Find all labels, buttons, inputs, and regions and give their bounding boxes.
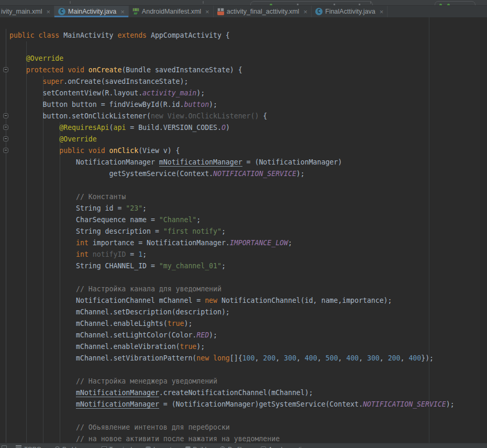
profiler-icon [220, 446, 225, 448]
tab-close-icon[interactable]: × [380, 8, 384, 15]
toolbar-button[interactable] [297, 4, 298, 5]
code-line[interactable]: int importance = NotificationManager.IMP… [9, 237, 487, 249]
code-line[interactable]: public void onClick(View v) { [9, 145, 487, 157]
toolwindow-button-profiler[interactable]: Profiler [220, 446, 247, 448]
toolwindow-label: Profiler [228, 446, 247, 448]
code-line[interactable]: @Override [9, 134, 487, 145]
code-line[interactable]: mChannel.setLightColor(Color.RED); [9, 330, 487, 341]
code-line[interactable] [9, 364, 487, 376]
java-class-icon [315, 8, 323, 15]
appinspect-icon [261, 446, 266, 448]
code-line[interactable]: protected void onCreate(Bundle savedInst… [9, 64, 487, 76]
fold-collapse-icon[interactable] [3, 136, 8, 141]
fold-collapse-icon[interactable] [3, 125, 8, 130]
todo-icon [16, 445, 21, 448]
tab-finalacttivity-java[interactable]: FinalActtivity.java× [312, 6, 388, 17]
logcat-icon [146, 446, 151, 448]
gutter-fold-line [6, 29, 6, 448]
toolwindow-label: Problems [62, 446, 88, 448]
device-widget[interactable] [435, 1, 475, 6]
tab-bar: ivity_main.xml×MainActivity.java×Android… [0, 6, 487, 17]
code-line[interactable]: mChannel.setDescription(description); [9, 307, 487, 318]
tab-label: ivity_main.xml [1, 8, 42, 15]
code-line[interactable]: CharSequence name = "Channel"; [9, 214, 487, 226]
code-line[interactable]: button.setOnClickListener(new View.OnCli… [9, 111, 487, 122]
build-icon [185, 446, 191, 448]
code-line[interactable]: getSystemService(Context.NOTIFICATION_SE… [9, 168, 487, 180]
code-line[interactable]: NotificationManager mNotificationManager… [9, 157, 487, 168]
code-line[interactable]: String id = "23"; [9, 203, 487, 214]
code-line[interactable]: // Обьявление интентов для переброски [9, 422, 487, 433]
toolwindow-label: Logcat [153, 446, 172, 448]
tab-mainactivity-java[interactable]: MainActivity.java× [54, 6, 129, 17]
code-line[interactable]: @Override [9, 53, 487, 64]
toolbar-tick [70, 1, 71, 4]
code-line[interactable]: Button button = findViewById(R.id.button… [9, 99, 487, 111]
fold-collapse-icon[interactable] [3, 67, 8, 72]
toolbar-button[interactable] [359, 4, 360, 5]
run-icon[interactable] [270, 4, 272, 6]
toolwindow-button-problems[interactable]: Problems [55, 446, 88, 448]
code-line[interactable]: mChannel.setVibrationPattern(new long[]{… [9, 353, 487, 364]
run-configuration-widget[interactable] [250, 1, 373, 6]
run-icon[interactable] [439, 4, 442, 6]
code-line[interactable]: // Константы [9, 191, 487, 203]
manifest-file-icon [132, 8, 139, 15]
toolwindow-button-build[interactable]: Build [185, 446, 207, 448]
code-line[interactable] [9, 41, 487, 53]
fold-collapse-icon[interactable] [3, 148, 8, 153]
code-line[interactable] [9, 272, 487, 283]
code-line[interactable]: setContentView(R.layout.activity_main); [9, 88, 487, 99]
tab-label: FinalActtivity.java [325, 8, 375, 15]
code-line[interactable]: // Настройка менеджера уведомлений [9, 376, 487, 387]
toolwindow-label: Build [193, 446, 207, 448]
code-line[interactable]: // Настройка канала для уведомлений [9, 283, 487, 295]
toolwindow-button-logcat[interactable]: Logcat [146, 446, 172, 448]
toolwindow-label: App Inspection [269, 446, 308, 448]
code-line[interactable]: mChannel.enableVibration(true); [9, 341, 487, 353]
toolwindow-button-app-inspection[interactable]: App Inspection [261, 446, 308, 448]
tab-label: AndroidManifest.xml [142, 8, 201, 15]
tab-ivity-main-xml[interactable]: ivity_main.xml× [0, 6, 54, 17]
tab-androidmanifest-xml[interactable]: AndroidManifest.xml× [129, 6, 214, 17]
tab-close-icon[interactable]: × [120, 8, 125, 15]
layout-file-icon [217, 8, 224, 15]
code-line[interactable]: String description = "first notify"; [9, 226, 487, 237]
code-line[interactable]: public class MainActivity extends AppCom… [9, 30, 487, 41]
code-line[interactable]: mNotificationManager = (NotificationMana… [9, 399, 487, 410]
code-line[interactable] [9, 180, 487, 191]
code-line[interactable]: String CHANNEL_ID = "my_channel_01"; [9, 260, 487, 272]
tab-label: activity_final_acttivity.xml [227, 8, 300, 15]
tab-close-icon[interactable]: × [303, 8, 307, 15]
code-line[interactable]: mNotificationManager.createNotificationC… [9, 387, 487, 399]
java-class-icon [58, 8, 65, 15]
code-line[interactable]: @RequiresApi(api = Build.VERSION_CODES.O… [9, 122, 487, 134]
toolwindow-button-todo[interactable]: TODO [16, 445, 41, 448]
code-line[interactable] [9, 410, 487, 422]
code-area[interactable]: public class MainActivity extends AppCom… [9, 30, 487, 445]
debug-icon[interactable] [447, 4, 450, 6]
toolbar-button[interactable] [334, 4, 335, 5]
tab-activity-final-acttivity-xml[interactable]: activity_final_acttivity.xml× [214, 6, 312, 17]
main-toolbar-sliver [0, 0, 487, 6]
code-line[interactable]: NotificationChannel mChannel = new Notif… [9, 295, 487, 307]
android-studio-window: { "colors": { "editor_bg": "#2b2b2b", "t… [0, 0, 487, 448]
tab-close-icon[interactable]: × [47, 8, 51, 15]
toolwindow-button-terminal[interactable]: Terminal [102, 446, 132, 448]
toolbar-tick [203, 1, 204, 4]
code-line[interactable]: super.onCreate(savedInstanceState); [9, 76, 487, 88]
toolwindow-corner-icon[interactable] [2, 445, 7, 448]
bottom-toolwindow-bar: TODOProblemsTerminalLogcatBuildProfilerA… [0, 443, 487, 448]
code-line[interactable]: mChannel.enableLights(true); [9, 318, 487, 330]
terminal-icon [102, 446, 107, 448]
code-line[interactable]: int notifyID = 1; [9, 249, 487, 260]
toolwindow-label: Terminal [109, 446, 132, 448]
editor[interactable]: public class MainActivity extends AppCom… [0, 17, 487, 448]
toolwindow-label: TODO [24, 446, 41, 448]
fold-collapse-icon[interactable] [3, 113, 8, 118]
tab-label: MainActivity.java [68, 8, 116, 15]
tab-close-icon[interactable]: × [205, 8, 209, 15]
